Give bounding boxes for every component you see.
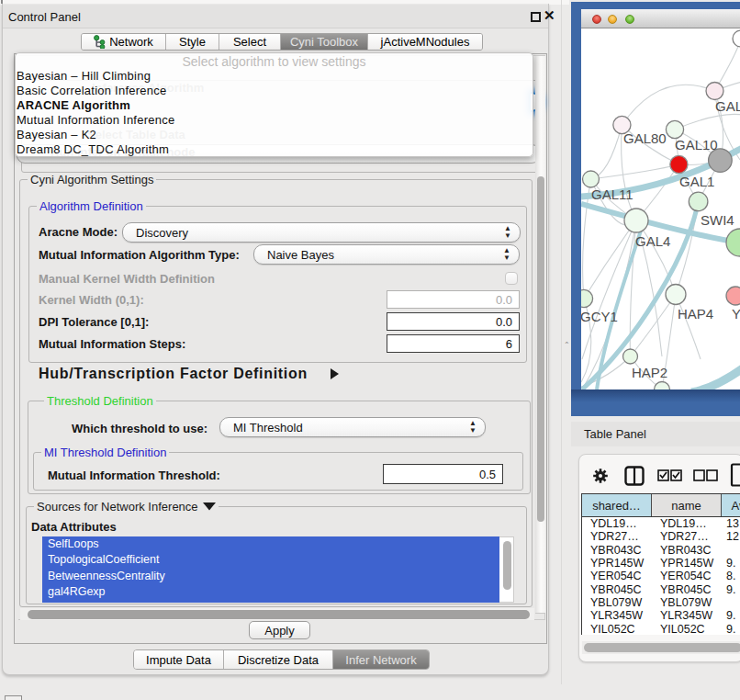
svg-text:GAL4: GAL4 bbox=[635, 233, 670, 249]
svg-text:GAL11: GAL11 bbox=[591, 186, 633, 202]
svg-text:SWI4: SWI4 bbox=[701, 212, 734, 228]
svg-text:YM: YM bbox=[732, 306, 740, 322]
svg-text:GAL7: GAL7 bbox=[715, 98, 740, 114]
svg-text:HAP2: HAP2 bbox=[632, 365, 667, 380]
svg-text:HAP4: HAP4 bbox=[678, 306, 713, 322]
svg-text:GAL10: GAL10 bbox=[675, 137, 718, 152]
svg-text:GAL80: GAL80 bbox=[623, 130, 667, 146]
svg-text:GCY1: GCY1 bbox=[581, 309, 618, 324]
svg-text:GAL1: GAL1 bbox=[679, 174, 714, 189]
